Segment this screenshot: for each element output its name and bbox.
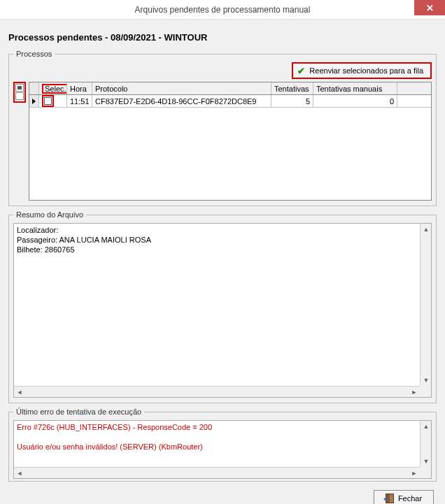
close-button[interactable]: ✕ [414, 0, 445, 15]
table-row[interactable]: 11:51 CF837ED7-E2D6-4D18-96CC-F0F8272DC8… [29, 95, 431, 108]
resumo-group: Resumo do Arquivo Localizador: Passageir… [8, 210, 437, 403]
select-toggle-group [13, 82, 26, 103]
check-icon: ✔ [297, 66, 305, 76]
erro-vertical-scrollbar[interactable]: ▲ ▼ [420, 421, 431, 467]
grid-header-hora[interactable]: Hora [67, 82, 92, 94]
erro-horizontal-scrollbar[interactable]: ◄ ► [14, 467, 420, 478]
resumo-line3: Bilhete: 2860765 [17, 245, 428, 254]
row-tentativas: 5 [271, 95, 313, 107]
erro-line1: Erro #726c (HUB_INTERFACES) - ResponseCo… [17, 422, 428, 432]
resumo-legend: Resumo do Arquivo [13, 210, 86, 219]
row-selec-cell[interactable] [39, 95, 67, 107]
grid-header-selec[interactable]: Selec. [39, 82, 67, 94]
erro-text: Erro #726c (HUB_INTERFACES) - ResponseCo… [14, 421, 431, 467]
resumo-line2: Passageiro: ANA LUCIA MAIOLI ROSA [17, 235, 428, 245]
resend-selected-button[interactable]: ✔ Reenviar selecionados para a fila [292, 62, 432, 79]
triangle-right-icon [32, 99, 36, 104]
grid-header-tentativas[interactable]: Tentativas [271, 82, 313, 94]
resumo-horizontal-scrollbar[interactable]: ◄ ► [14, 386, 420, 397]
scroll-up-icon[interactable]: ▲ [421, 224, 432, 235]
scrollbar-corner [420, 386, 431, 397]
processos-legend: Processos [13, 50, 55, 58]
erro-spacer [17, 432, 428, 442]
processos-grid[interactable]: Selec. Hora Protocolo Tentativas Tentati… [29, 82, 432, 201]
resumo-text: Localizador: Passageiro: ANA LUCIA MAIOL… [14, 224, 431, 386]
row-hora: 11:51 [67, 95, 92, 107]
door-exit-icon [386, 494, 394, 503]
scroll-up-icon[interactable]: ▲ [421, 421, 432, 432]
page-heading: Processos pendentes - 08/09/2021 - WINTO… [8, 32, 437, 43]
scroll-left-icon[interactable]: ◄ [14, 468, 25, 479]
scrollbar-corner [420, 467, 431, 478]
row-protocolo: CF837ED7-E2D6-4D18-96CC-F0F8272DC8E9 [92, 95, 271, 107]
footer: Fechar [8, 486, 437, 504]
row-selec-outline [42, 95, 54, 107]
erro-group: Último erro de tentativa de execução Err… [8, 408, 437, 482]
grid-header-marker [29, 82, 39, 94]
erro-textpane[interactable]: Erro #726c (HUB_INTERFACES) - ResponseCo… [13, 420, 432, 479]
scroll-right-icon[interactable]: ► [409, 468, 420, 479]
select-all-button[interactable] [15, 84, 24, 92]
row-selec-checkbox[interactable] [44, 97, 52, 105]
erro-line2: Usuário e/ou senha inválidos! (SERVER) (… [17, 442, 428, 452]
scroll-down-icon[interactable]: ▼ [421, 456, 432, 467]
window-title: Arquivos pendentes de processamento manu… [0, 5, 445, 15]
deselect-all-button[interactable] [15, 92, 24, 100]
row-tentativas-manuais: 0 [313, 95, 397, 107]
titlebar: Arquivos pendentes de processamento manu… [0, 0, 445, 20]
processos-group: Processos ✔ Reenviar selecionados para a… [8, 50, 437, 206]
resumo-textpane[interactable]: Localizador: Passageiro: ANA LUCIA MAIOL… [13, 223, 432, 398]
resumo-line1: Localizador: [17, 225, 428, 235]
grid-header-tentativas-manuais[interactable]: Tentativas manuais [313, 82, 397, 94]
fechar-button[interactable]: Fechar [374, 490, 434, 504]
grid-header-selec-label: Selec. [42, 84, 67, 94]
scroll-left-icon[interactable]: ◄ [14, 387, 25, 398]
erro-legend: Último erro de tentativa de execução [13, 408, 144, 416]
grid-header-protocolo[interactable]: Protocolo [92, 82, 271, 94]
close-icon: ✕ [426, 3, 434, 13]
scroll-down-icon[interactable]: ▼ [421, 375, 432, 386]
resumo-vertical-scrollbar[interactable]: ▲ ▼ [420, 224, 431, 386]
scroll-right-icon[interactable]: ► [409, 387, 420, 398]
fechar-label: Fechar [398, 494, 422, 503]
grid-header: Selec. Hora Protocolo Tentativas Tentati… [29, 82, 431, 95]
resend-selected-label: Reenviar selecionados para a fila [309, 66, 423, 75]
row-current-indicator [29, 95, 39, 107]
